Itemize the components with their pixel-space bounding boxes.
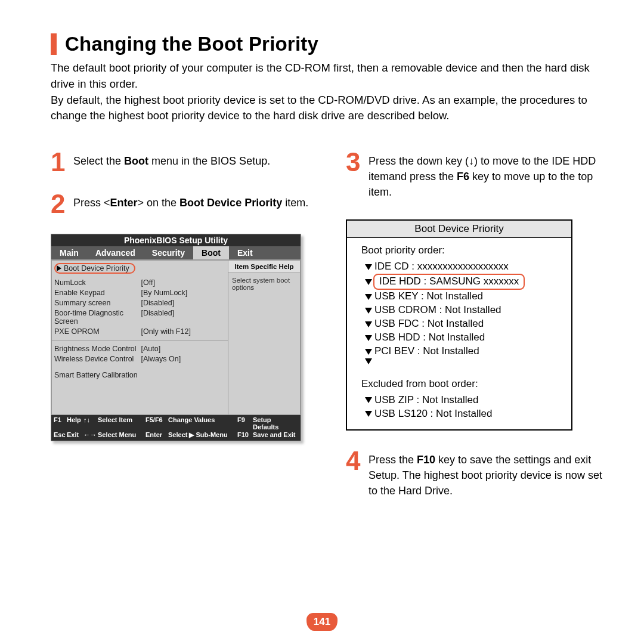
bios-footer-label: Select Item (98, 416, 145, 431)
bios-footer-label: Select Menu (98, 431, 145, 439)
bios-footer-key: F10 (237, 431, 253, 439)
bios-item-value: [Always On] (141, 355, 226, 363)
bios-footer-key: ↑↓ (83, 416, 98, 431)
step-text: menu in the BIOS Setup. (148, 155, 270, 167)
bios-footer-label: Setup Defaults (253, 416, 298, 431)
step-number: 3 (346, 151, 363, 200)
bios-footer-key: F9 (237, 416, 253, 431)
bios-footer-key: F5/F6 (145, 416, 168, 431)
bios-footer-label: Help (67, 416, 83, 431)
bdp-item-text: PCI BEV : Not Installed (374, 345, 479, 358)
bios-tab-main: Main (51, 246, 87, 259)
bdp-item: IDE CD : xxxxxxxxxxxxxxxxxx (365, 260, 557, 274)
bios-footer-key: ←→ (83, 431, 98, 439)
triangle-down-icon (365, 335, 372, 341)
bios-tab-exit: Exit (229, 246, 261, 259)
bios-item-label: Summary screen (54, 299, 139, 307)
bios-item-label: Boot Device Priority (64, 264, 129, 273)
step-text: Press < (73, 197, 110, 209)
bios-item-label: Boor-time Diagnostic Screen (54, 309, 139, 326)
triangle-down-icon (365, 308, 372, 314)
bios-selected-row: Boot Device Priority (54, 263, 135, 274)
bios-footer-key: Enter (145, 431, 168, 439)
step-text-bold: Enter (110, 197, 138, 209)
triangle-down-icon (365, 397, 372, 403)
bios-help-body: Select system boot options (228, 273, 300, 295)
bdp-item-text: IDE CD : xxxxxxxxxxxxxxxxxx (374, 260, 509, 274)
bios-item-value: [Off] (141, 278, 226, 287)
triangle-down-icon (365, 411, 372, 417)
bios-footer-label: Save and Exit (253, 431, 298, 439)
bdp-excluded-label: Excluded from boot order: (361, 377, 557, 391)
intro-paragraph-1: The default boot priority of your comput… (51, 60, 608, 92)
bios-item-value: [Disabled] (141, 309, 226, 326)
bdp-item: USB CDROM : Not Installed (365, 304, 557, 317)
step-4: 4 Press the F10 key to save the settings… (346, 450, 608, 499)
bios-item-value: [By NumLock] (141, 289, 226, 297)
step-text: Select the (73, 155, 124, 167)
bios-item-label: NumLock (54, 278, 139, 287)
bdp-item-text: USB FDC : Not Installed (374, 317, 484, 331)
step-3: 3 Press the down key (↓) to move to the … (346, 151, 608, 200)
bios-tab-bar: Main Advanced Security Boot Exit (51, 246, 301, 259)
bios-footer-label: Change Values (168, 416, 237, 431)
bdp-item-text: IDE HDD : SAMSUNG xxxxxxx (373, 274, 525, 290)
bios-item-label: Smart Battery Calibration (54, 371, 225, 379)
step-text: Press the (369, 454, 417, 466)
triangle-down-icon (365, 279, 372, 285)
intro-paragraph-2: By default, the highest boot priority de… (51, 92, 608, 125)
page-title: Changing the Boot Priority (65, 33, 318, 55)
bios-footer-key: F1 (54, 416, 67, 431)
step-text-bold: Boot Device Priority (179, 197, 282, 209)
bios-footer: F1 Help ↑↓ Select Item F5/F6 Change Valu… (51, 415, 301, 441)
step-text: item. (282, 197, 308, 209)
step-number: 4 (346, 450, 363, 499)
bios-tab-advanced: Advanced (87, 246, 144, 259)
bios-item-value: [Only with F12] (141, 327, 226, 336)
bdp-item: USB FDC : Not Installed (365, 317, 557, 331)
bios-item-value: [Disabled] (141, 299, 226, 307)
bdp-item-highlighted: IDE HDD : SAMSUNG xxxxxxx (365, 274, 557, 290)
bdp-item: USB HDD : Not Installed (365, 331, 557, 345)
step-number: 1 (51, 151, 67, 173)
bios-title: PhoenixBIOS Setup Utility (51, 234, 301, 246)
triangle-right-icon (57, 265, 61, 271)
step-2: 2 Press <Enter> on the Boot Device Prior… (51, 193, 313, 215)
bios-tab-security: Security (144, 246, 193, 259)
triangle-down-icon (365, 264, 372, 270)
bdp-excluded-item: USB LS120 : Not Installed (365, 407, 557, 421)
bdp-item-empty (365, 358, 557, 364)
title-accent-bar (51, 33, 57, 55)
bios-utility-screenshot: PhoenixBIOS Setup Utility Main Advanced … (51, 234, 301, 441)
bdp-item-text: USB HDD : Not Installed (374, 331, 485, 345)
bdp-item: PCI BEV : Not Installed (365, 345, 557, 358)
bios-item-label: PXE OPROM (54, 327, 139, 336)
triangle-down-icon (365, 349, 372, 355)
triangle-down-icon (365, 294, 372, 300)
triangle-down-icon (365, 358, 372, 364)
bios-footer-key: Esc (54, 431, 67, 439)
bios-item-label: Brightness Mode Control (54, 345, 139, 353)
step-1: 1 Select the Boot menu in the BIOS Setup… (51, 151, 313, 173)
step-text-bold: F10 (417, 454, 435, 466)
bdp-item-text: USB ZIP : Not Installed (374, 394, 478, 407)
step-number: 2 (51, 193, 67, 215)
boot-device-priority-panel: Boot Device Priority Boot priority order… (346, 219, 572, 431)
step-text-bold: F6 (457, 171, 469, 182)
triangle-down-icon (365, 321, 372, 327)
page-number-badge: 141 (306, 613, 338, 631)
bios-footer-label: Select ▶ Sub-Menu (168, 431, 237, 439)
bios-tab-boot: Boot (193, 246, 229, 259)
bdp-item-text: USB CDROM : Not Installed (374, 304, 501, 317)
bdp-excluded-item: USB ZIP : Not Installed (365, 394, 557, 407)
bios-item-label: Wireless Device Control (54, 355, 139, 363)
bios-item-label: Enable Keypad (54, 289, 139, 297)
bdp-item-text: USB LS120 : Not Installed (374, 407, 493, 421)
bios-help-title: Item Specific Help (228, 261, 300, 273)
bdp-item-text: USB KEY : Not Installed (374, 290, 483, 304)
bdp-item: USB KEY : Not Installed (365, 290, 557, 304)
step-text-bold: Boot (124, 155, 148, 167)
bios-footer-label: Exit (67, 431, 83, 439)
bdp-title: Boot Device Priority (347, 221, 571, 239)
bdp-order-label: Boot priority order: (361, 244, 557, 258)
